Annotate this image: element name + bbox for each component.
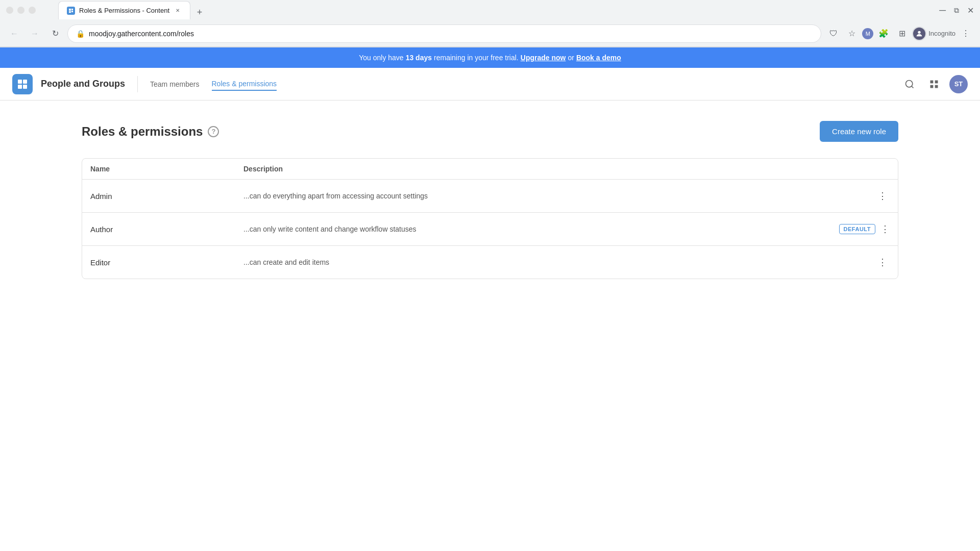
nav-team-members[interactable]: Team members <box>150 78 199 90</box>
incognito-label: Incognito <box>928 30 955 37</box>
demo-link[interactable]: Book a demo <box>576 54 621 62</box>
incognito-avatar[interactable] <box>912 27 926 41</box>
default-badge: DEFAULT <box>839 224 875 234</box>
close-icon[interactable]: ✕ <box>967 6 974 15</box>
active-tab[interactable]: Roles & Permissions - Content ✕ <box>58 1 190 19</box>
trial-middle: remaining in your free trial. <box>434 54 519 62</box>
role-name-editor: Editor <box>90 258 243 267</box>
create-new-role-button[interactable]: Create new role <box>820 121 898 142</box>
trial-prefix: You only have <box>359 54 403 62</box>
upgrade-link[interactable]: Upgrade now <box>521 54 566 62</box>
bookmark-star-icon[interactable]: ☆ <box>844 26 860 42</box>
tab-close-button[interactable]: ✕ <box>174 7 182 15</box>
lock-icon: 🔒 <box>76 30 85 38</box>
trial-banner: You only have 13 days remaining in your … <box>0 47 980 68</box>
search-icon[interactable] <box>900 75 919 93</box>
svg-rect-8 <box>935 80 938 83</box>
sidebar-icon[interactable]: ⊞ <box>894 26 910 42</box>
table-row: Author ...can only write content and cha… <box>82 213 898 246</box>
svg-rect-4 <box>23 85 27 89</box>
minimize-button[interactable] <box>6 7 13 14</box>
svg-point-5 <box>906 80 913 87</box>
tab-title: Roles & Permissions - Content <box>79 7 169 14</box>
table-row: Admin ...can do everything apart from ac… <box>82 180 898 213</box>
role-name-author: Author <box>90 225 243 234</box>
browser-chrome: Roles & Permissions - Content ✕ + ─ ⧉ ✕ … <box>0 0 980 47</box>
svg-rect-10 <box>935 85 938 88</box>
role-name-admin: Admin <box>90 192 243 201</box>
more-browser-options[interactable]: ⋮ <box>958 26 974 42</box>
app-logo[interactable] <box>12 74 33 94</box>
svg-point-0 <box>918 31 921 33</box>
url-text: moodjoy.gathercontent.com/roles <box>89 30 813 38</box>
row-actions-editor: ⋮ <box>849 255 890 269</box>
trial-or: or <box>568 54 574 62</box>
description-column-header: Description <box>243 165 849 173</box>
back-button[interactable]: ← <box>6 26 22 42</box>
window-controls <box>6 7 36 14</box>
new-tab-button[interactable]: + <box>192 5 207 19</box>
restore-icon[interactable]: ⧉ <box>954 6 959 15</box>
svg-rect-2 <box>23 80 27 84</box>
tab-favicon <box>67 7 75 15</box>
more-options-admin[interactable]: ⋮ <box>875 189 890 203</box>
svg-rect-9 <box>930 85 934 88</box>
role-desc-admin: ...can do everything apart from accessin… <box>243 192 849 200</box>
svg-rect-3 <box>18 85 22 89</box>
row-actions-admin: ⋮ <box>849 189 890 203</box>
browser-nav-icons: 🛡 ☆ M 🧩 ⊞ Incognito ⋮ <box>825 26 974 42</box>
profile-icon[interactable]: M <box>862 28 873 39</box>
main-content: Roles & permissions ? Create new role Na… <box>0 101 980 299</box>
roles-table: Name Description Admin ...can do everyth… <box>82 158 898 279</box>
table-header-row: Name Description <box>82 159 898 180</box>
svg-line-6 <box>912 86 914 88</box>
address-bar[interactable]: 🔒 moodjoy.gathercontent.com/roles <box>67 24 821 43</box>
tabs-bar: Roles & Permissions - Content ✕ + <box>52 1 935 19</box>
trial-days: 13 days <box>406 54 432 62</box>
header-actions: ST <box>900 75 968 93</box>
refresh-button[interactable]: ↻ <box>47 26 63 42</box>
row-actions-author: DEFAULT ⋮ <box>849 222 890 236</box>
svg-rect-7 <box>930 80 934 83</box>
user-avatar[interactable]: ST <box>949 75 968 93</box>
name-column-header: Name <box>90 165 243 173</box>
help-icon[interactable]: ? <box>208 126 219 137</box>
app-title: People and Groups <box>41 79 125 89</box>
header-nav: Team members Roles & permissions <box>150 78 900 91</box>
role-desc-editor: ...can create and edit items <box>243 258 849 266</box>
maximize-button[interactable] <box>17 7 24 14</box>
page-title-row: Roles & permissions ? <box>82 124 219 139</box>
table-row: Editor ...can create and edit items ⋮ <box>82 246 898 279</box>
browser-nav: ← → ↻ 🔒 moodjoy.gathercontent.com/roles … <box>0 20 980 47</box>
browser-titlebar: Roles & Permissions - Content ✕ + ─ ⧉ ✕ <box>0 0 980 20</box>
minimize-icon[interactable]: ─ <box>939 5 946 16</box>
more-options-author[interactable]: ⋮ <box>880 222 890 236</box>
app-header: People and Groups Team members Roles & p… <box>0 68 980 101</box>
more-options-editor[interactable]: ⋮ <box>875 255 890 269</box>
role-desc-author: ...can only write content and change wor… <box>243 225 849 233</box>
header-divider <box>137 76 138 92</box>
extensions-icon[interactable]: 🧩 <box>875 26 892 42</box>
page-header: Roles & permissions ? Create new role <box>82 121 898 142</box>
forward-button[interactable]: → <box>27 26 43 42</box>
page-title: Roles & permissions <box>82 124 203 139</box>
shield-icon[interactable]: 🛡 <box>825 26 842 42</box>
grid-icon[interactable] <box>925 75 943 93</box>
nav-roles-permissions[interactable]: Roles & permissions <box>212 78 277 91</box>
window-close-button[interactable] <box>29 7 36 14</box>
svg-rect-1 <box>18 80 22 84</box>
